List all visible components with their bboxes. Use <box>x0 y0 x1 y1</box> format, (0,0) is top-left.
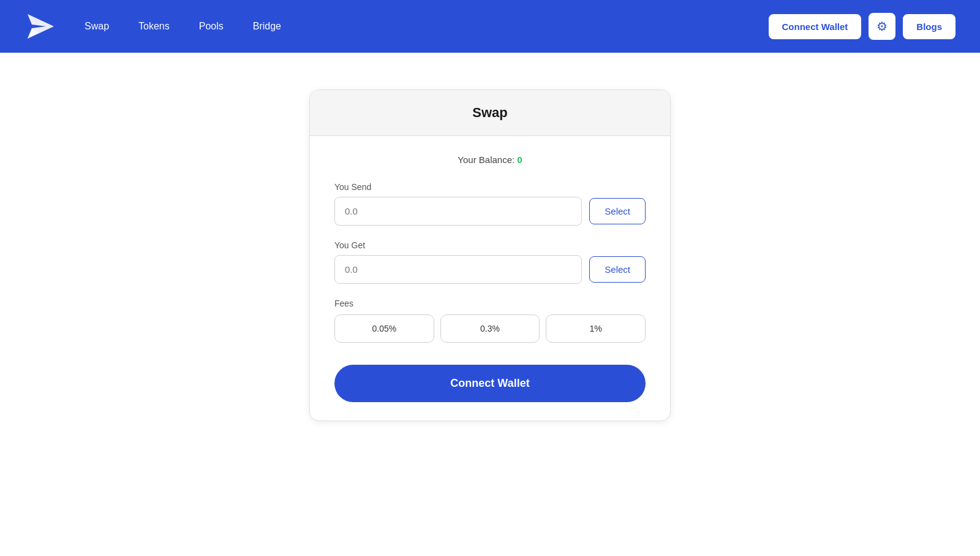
fees-options: 0.05% 0.3% 1% <box>334 314 646 343</box>
you-send-label: You Send <box>334 182 646 192</box>
nav-links: Swap Tokens Pools Bridge <box>85 21 281 32</box>
balance-value: 0 <box>517 154 522 165</box>
you-send-input[interactable] <box>334 197 582 226</box>
fees-label: Fees <box>334 299 646 308</box>
you-send-select-button[interactable]: Select <box>589 198 646 224</box>
you-get-input[interactable] <box>334 255 582 284</box>
nav-item-bridge[interactable]: Bridge <box>253 21 281 32</box>
you-get-select-button[interactable]: Select <box>589 256 646 283</box>
main-content: Swap Your Balance: 0 You Send Select You… <box>0 53 980 556</box>
you-get-label: You Get <box>334 240 646 250</box>
nav-item-tokens[interactable]: Tokens <box>138 21 170 32</box>
navbar-left: Swap Tokens Pools Bridge <box>24 11 281 42</box>
fee-option-03[interactable]: 0.3% <box>440 314 540 343</box>
you-get-group: You Get Select <box>334 240 646 284</box>
logo[interactable] <box>24 11 55 42</box>
balance-row: Your Balance: 0 <box>334 154 646 165</box>
swap-card-header: Swap <box>310 90 670 136</box>
balance-label: Your Balance: <box>458 154 514 165</box>
you-get-row: Select <box>334 255 646 284</box>
navbar-right: Connect Wallet ⚙ Blogs <box>769 13 956 40</box>
paper-plane-icon <box>24 11 55 42</box>
connect-wallet-main-button[interactable]: Connect Wallet <box>334 365 646 402</box>
swap-card-body: Your Balance: 0 You Send Select You Get … <box>310 136 670 421</box>
settings-button[interactable]: ⚙ <box>869 13 895 40</box>
fee-option-005[interactable]: 0.05% <box>334 314 434 343</box>
gear-icon: ⚙ <box>876 19 888 34</box>
you-send-row: Select <box>334 197 646 226</box>
swap-card: Swap Your Balance: 0 You Send Select You… <box>309 89 671 421</box>
nav-item-swap[interactable]: Swap <box>85 21 109 32</box>
you-send-group: You Send Select <box>334 182 646 226</box>
navbar: Swap Tokens Pools Bridge Connect Wallet … <box>0 0 980 53</box>
blogs-button[interactable]: Blogs <box>903 14 956 39</box>
fee-option-1[interactable]: 1% <box>546 314 646 343</box>
nav-item-pools[interactable]: Pools <box>199 21 224 32</box>
connect-wallet-nav-button[interactable]: Connect Wallet <box>769 14 862 39</box>
fees-section: Fees 0.05% 0.3% 1% <box>334 299 646 343</box>
swap-title: Swap <box>310 105 670 121</box>
